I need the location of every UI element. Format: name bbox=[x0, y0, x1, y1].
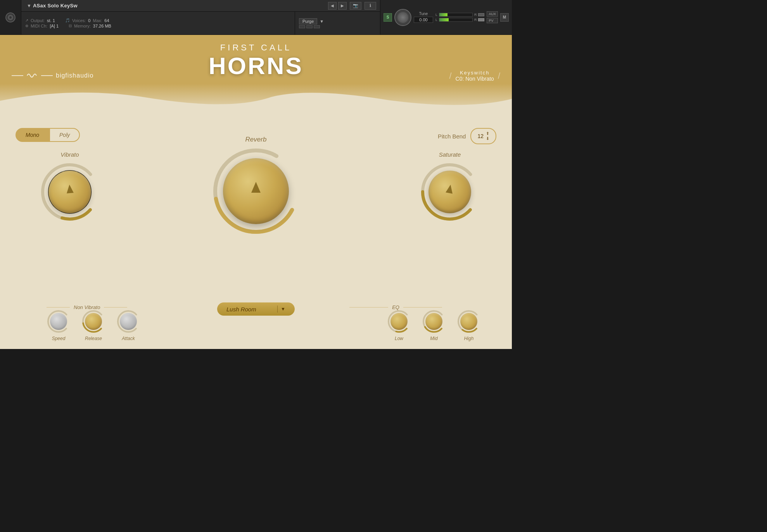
purge-button[interactable]: Purge bbox=[299, 18, 317, 24]
voices-value: 0 bbox=[88, 18, 90, 23]
saturate-label: Saturate bbox=[439, 151, 461, 158]
prev-arrow[interactable]: ◀ bbox=[328, 2, 337, 10]
saturate-knob[interactable] bbox=[419, 161, 481, 223]
plugin-header: bigfishaudio FIRST CALL HORNS / Keyswitc… bbox=[0, 35, 512, 116]
info-button[interactable]: ℹ bbox=[364, 2, 376, 10]
release-knob-face[interactable] bbox=[85, 313, 102, 330]
output-value: st. 1 bbox=[47, 18, 55, 23]
vibrato-label: Vibrato bbox=[60, 151, 79, 158]
high-knob-face[interactable] bbox=[460, 313, 477, 330]
meter-row bbox=[299, 25, 376, 28]
vibrato-knob-face[interactable] bbox=[48, 171, 91, 213]
vibrato-knob[interactable] bbox=[39, 161, 101, 223]
low-knob[interactable] bbox=[387, 309, 411, 333]
high-knob[interactable] bbox=[457, 309, 481, 333]
lr-knob[interactable] bbox=[478, 13, 484, 16]
info-left: ↗ Output: st. 1 🎵 Voices: 0 Max: 64 ⊕ MI… bbox=[21, 12, 295, 35]
lr-slider[interactable] bbox=[478, 18, 484, 21]
eq-knobs-group: Low Mid High bbox=[387, 309, 481, 341]
eq-line-left bbox=[349, 307, 388, 307]
vibrato-knob-container: Vibrato bbox=[39, 151, 101, 223]
logo-line bbox=[12, 75, 23, 76]
low-label: Low bbox=[395, 336, 403, 341]
keyswitch-area: / Keyswitch C0: Non Vibrato / bbox=[449, 70, 500, 82]
midi-label: MIDI Ch: bbox=[31, 24, 47, 28]
saturate-knob-pointer bbox=[446, 184, 454, 194]
reverb-knob-face[interactable] bbox=[223, 158, 289, 224]
attack-knob[interactable] bbox=[116, 309, 140, 333]
next-arrow[interactable]: ▶ bbox=[338, 2, 347, 10]
s-button[interactable]: S bbox=[384, 13, 392, 22]
vibrato-knob-pointer bbox=[66, 184, 74, 193]
dropdown-arrow: ▼ bbox=[27, 3, 31, 9]
dropdown-divider bbox=[277, 306, 278, 313]
max-label: Max: bbox=[93, 18, 102, 23]
tuner-knob[interactable] bbox=[394, 9, 411, 26]
attack-knob-face[interactable] bbox=[120, 313, 137, 330]
reverb-knob-container: Reverb bbox=[211, 136, 301, 236]
voices-label: Voices: bbox=[72, 18, 86, 23]
instrument-name: ASax Solo KeySw bbox=[33, 3, 78, 9]
logo-wave-icon bbox=[26, 72, 38, 79]
camera-button[interactable]: 📷 bbox=[350, 2, 361, 10]
reverb-label: Reverb bbox=[245, 136, 267, 143]
speed-knob-face[interactable] bbox=[50, 313, 67, 330]
logo-line-2 bbox=[41, 75, 53, 76]
mid-knob-face[interactable] bbox=[425, 313, 442, 330]
side-buttons: AUX PV bbox=[487, 11, 498, 23]
reverb-knob[interactable] bbox=[211, 147, 301, 236]
reverb-knob-pointer bbox=[251, 182, 261, 193]
plugin-main: bigfishaudio FIRST CALL HORNS / Keyswitc… bbox=[0, 35, 512, 349]
pitch-bend-label: Pitch Bend bbox=[438, 133, 466, 140]
saturate-knob-face[interactable] bbox=[428, 171, 471, 213]
memory-value: 37.26 MB bbox=[93, 24, 111, 28]
aux-button[interactable]: AUX bbox=[487, 11, 498, 17]
title-row: ▼ ASax Solo KeySw ◀ ▶ 📷 ℹ bbox=[21, 0, 380, 12]
pitch-bend-control[interactable]: 12 ⬆⬇ bbox=[470, 128, 496, 144]
pv-button[interactable]: PV bbox=[487, 18, 498, 23]
mid-label: Mid bbox=[430, 336, 437, 341]
reverb-dropdown-value: Lush Room bbox=[226, 306, 274, 313]
eq-line-right bbox=[403, 307, 442, 307]
tune-section: Tune 0.00 bbox=[414, 12, 433, 23]
top-bar-right: S Tune 0.00 L R L R bbox=[380, 0, 512, 35]
info-right: Purge ▼ bbox=[295, 12, 380, 35]
top-bar-main: ▼ ASax Solo KeySw ◀ ▶ 📷 ℹ ↗ Output: st. … bbox=[21, 0, 380, 35]
nv-line-left bbox=[47, 307, 70, 307]
output-label: Output: bbox=[31, 18, 45, 23]
high-knob-item: High bbox=[457, 309, 481, 341]
nav-arrows: ◀ ▶ 📷 ℹ bbox=[328, 2, 376, 10]
m-button[interactable]: M bbox=[500, 13, 509, 22]
midi-value: [A] 1 bbox=[50, 24, 59, 28]
speed-label: Speed bbox=[52, 336, 66, 341]
poly-button[interactable]: Poly bbox=[49, 128, 80, 142]
attack-label: Attack bbox=[122, 336, 135, 341]
release-knob[interactable] bbox=[81, 309, 105, 333]
meter-seg-3 bbox=[314, 25, 320, 28]
purge-dropdown[interactable]: ▼ bbox=[320, 19, 324, 24]
tuner-inner bbox=[397, 12, 408, 23]
mono-poly-row: Mono Poly bbox=[16, 128, 80, 142]
channel-strip: L R L R bbox=[435, 13, 484, 22]
mid-knob[interactable] bbox=[422, 309, 446, 333]
plugin-title-top: FIRST CALL bbox=[209, 43, 303, 53]
tune-label: Tune bbox=[419, 12, 428, 16]
tune-value[interactable]: 0.00 bbox=[414, 17, 433, 23]
pitch-bend-stepper[interactable]: ⬆⬇ bbox=[486, 131, 489, 141]
reverb-dropdown[interactable]: Lush Room ▼ bbox=[217, 302, 295, 316]
speed-knob[interactable] bbox=[47, 309, 71, 333]
plugin-title-area: FIRST CALL HORNS bbox=[209, 43, 303, 79]
saturate-knob-container: Saturate bbox=[419, 151, 481, 223]
output-row: ↗ Output: st. 1 🎵 Voices: 0 Max: 64 bbox=[25, 18, 291, 23]
keyswitch-label: Keyswitch bbox=[456, 70, 494, 76]
top-bar: ▼ ASax Solo KeySw ◀ ▶ 📷 ℹ ↗ Output: st. … bbox=[0, 0, 512, 35]
high-label: High bbox=[464, 336, 474, 341]
dropdown-arrow-icon: ▼ bbox=[281, 306, 285, 312]
max-value: 64 bbox=[104, 18, 109, 23]
meter-seg-2 bbox=[306, 25, 313, 28]
low-knob-face[interactable] bbox=[390, 313, 408, 330]
mono-button[interactable]: Mono bbox=[16, 128, 49, 142]
release-label: Release bbox=[85, 336, 102, 341]
pitch-bend-value: 12 bbox=[477, 133, 484, 139]
midi-row: ⊕ MIDI Ch: [A] 1 ⊟ Memory: 37.26 MB bbox=[25, 24, 291, 28]
